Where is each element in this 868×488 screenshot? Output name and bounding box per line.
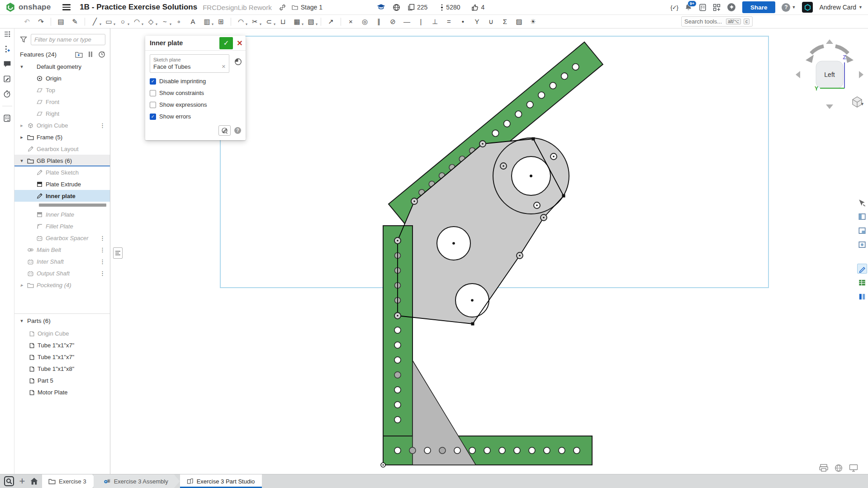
filter-input[interactable]: Filter by name or type bbox=[31, 34, 105, 45]
sketch-only-button[interactable] bbox=[218, 125, 231, 136]
mirror-tool-icon[interactable]: ⊔ ▾ bbox=[276, 16, 290, 28]
circle-tool-icon[interactable]: ○ ▾ bbox=[116, 16, 130, 28]
undo-icon[interactable]: ↶ ▾ bbox=[20, 16, 34, 28]
help-menu[interactable]: ? ▼ bbox=[782, 3, 796, 12]
sep[interactable]: ▾ bbox=[231, 18, 231, 26]
printer-icon[interactable] bbox=[819, 464, 828, 472]
tree-chevron-icon[interactable] bbox=[19, 282, 24, 288]
release-tasks-icon[interactable] bbox=[699, 4, 707, 11]
tree-chevron-icon[interactable]: ▾ bbox=[19, 318, 24, 324]
fillet-tool-icon[interactable]: ◠ ▾ bbox=[234, 16, 248, 28]
likes-count[interactable]: 4 bbox=[471, 4, 485, 11]
transform-icon[interactable]: Σ ▾ bbox=[498, 16, 512, 28]
rotate-right-arc[interactable] bbox=[835, 46, 848, 53]
tab-exercise-3[interactable]: Exercise 3 bbox=[42, 474, 98, 488]
dialog-help-icon[interactable]: ? bbox=[234, 127, 241, 134]
view-arrow-right[interactable] bbox=[859, 71, 863, 78]
feature-default-geometry[interactable]: Default geometry ⋮ bbox=[14, 61, 110, 72]
rectangle-tool-icon[interactable]: ▭ ▾ bbox=[102, 16, 116, 28]
featurescript-icon[interactable]: {✓} bbox=[670, 4, 678, 11]
home-tab-button[interactable] bbox=[30, 477, 38, 485]
insert-feature-icon[interactable] bbox=[4, 45, 10, 53]
checkbox-show-errors[interactable]: Show errors bbox=[150, 113, 241, 120]
part-tube-7a[interactable]: Tube 1"x1"x7" bbox=[14, 339, 110, 351]
onshape-logo[interactable]: onshape bbox=[5, 2, 51, 12]
user-menu[interactable]: Andrew Card ▼ bbox=[819, 4, 863, 11]
offset-tool-icon[interactable]: ⊂ ▾ bbox=[262, 16, 276, 28]
feature-frame[interactable]: Frame (5) ⋮ bbox=[14, 131, 110, 143]
feature-inner-plate-sketch[interactable]: Inner plate ⋮ bbox=[14, 190, 110, 202]
coincident-constraint-icon[interactable]: × ▾ bbox=[344, 16, 358, 28]
feature-gearbox-spacer[interactable]: Gearbox Spacer ⋮ bbox=[14, 232, 110, 244]
insert-image-icon[interactable]: ▧ ▾ bbox=[304, 16, 318, 28]
search-tools-input[interactable]: Search tools... alt/⌥ c bbox=[681, 16, 753, 27]
sunray-icon[interactable]: ☀ ▾ bbox=[526, 16, 540, 28]
part-tube-8[interactable]: Tube 1"x1"x8" bbox=[14, 363, 110, 374]
part-origin-cube[interactable]: Origin Cube bbox=[14, 327, 110, 339]
checkbox-disable-imprinting[interactable]: Disable imprinting bbox=[150, 78, 241, 85]
tables-panel-icon[interactable] bbox=[857, 278, 867, 288]
display-states-icon[interactable] bbox=[857, 212, 867, 222]
overflow-menu-icon[interactable]: ⋮ bbox=[100, 235, 105, 242]
sketch-panel-icon[interactable] bbox=[857, 264, 867, 274]
feature-fillet-plate[interactable]: Fillet Plate ⋮ bbox=[14, 220, 110, 232]
tree-chevron-icon[interactable] bbox=[19, 158, 24, 164]
checkbox-show-expressions[interactable]: Show expressions bbox=[150, 101, 241, 108]
feature-origin[interactable]: Origin ⋮ bbox=[14, 72, 110, 84]
pattern-tool-icon[interactable]: ▦ ▾ bbox=[290, 16, 304, 28]
link-icon[interactable] bbox=[279, 4, 286, 11]
columns-panel-icon[interactable] bbox=[857, 292, 867, 302]
history-timer-icon[interactable] bbox=[3, 90, 11, 98]
suppress-pause-icon[interactable] bbox=[88, 51, 93, 57]
share-button[interactable]: Share bbox=[742, 1, 776, 13]
edit-notes-icon[interactable] bbox=[3, 75, 11, 83]
overflow-menu-icon[interactable]: ⋮ bbox=[100, 270, 105, 277]
menu-icon[interactable] bbox=[62, 3, 71, 12]
tree-chevron-icon[interactable] bbox=[19, 134, 24, 140]
part-motor-plate[interactable]: Motor Plate bbox=[14, 386, 110, 398]
part-5[interactable]: Part 5 bbox=[14, 374, 110, 386]
vertical-constraint-icon[interactable]: | ▾ bbox=[414, 16, 428, 28]
feature-origin-cube[interactable]: Origin Cube ⋮ bbox=[14, 119, 110, 131]
tree-chevron-icon[interactable] bbox=[19, 64, 24, 70]
feature-main-belt[interactable]: Main Belt ⋮ bbox=[14, 244, 110, 256]
public-globe-icon[interactable] bbox=[393, 4, 400, 11]
overflow-menu-icon[interactable]: ⋮ bbox=[100, 258, 105, 265]
app-store-icon[interactable] bbox=[713, 4, 721, 11]
overflow-menu-icon[interactable]: ⋮ bbox=[100, 246, 105, 253]
hatch-icon[interactable]: ▨ ▾ bbox=[512, 16, 526, 28]
cancel-button[interactable]: ✕ bbox=[234, 37, 246, 49]
view-arrow-up[interactable] bbox=[826, 39, 833, 44]
sep[interactable]: ▾ bbox=[51, 18, 51, 26]
midpoint-constraint-icon[interactable]: • ▾ bbox=[456, 16, 470, 28]
equal-constraint-icon[interactable]: = ▾ bbox=[442, 16, 456, 28]
measure-icon[interactable]: ↗ ▾ bbox=[324, 16, 338, 28]
add-tab-button[interactable]: + bbox=[17, 476, 27, 486]
overflow-menu-icon[interactable]: ⋮ bbox=[100, 122, 105, 129]
curvature-constraint-icon[interactable]: ∪ ▾ bbox=[484, 16, 498, 28]
confirm-button[interactable]: ✓ bbox=[219, 37, 233, 49]
named-views-icon[interactable] bbox=[857, 226, 867, 236]
sketch-icon[interactable]: ✎ ▾ bbox=[68, 16, 82, 28]
tab-exercise-3-assembly[interactable]: Exercise 3 Assembly bbox=[94, 474, 180, 488]
selection-tools-icon[interactable] bbox=[857, 198, 867, 208]
feature-gb-plates[interactable]: GB Plates (6) ⋮ bbox=[14, 155, 110, 166]
cut-list-icon[interactable] bbox=[3, 114, 11, 122]
copy-sketch-icon[interactable]: ▤ ▾ bbox=[54, 16, 68, 28]
parallel-constraint-icon[interactable]: ∥ ▾ bbox=[372, 16, 386, 28]
point-tool-icon[interactable]: ∘ ▾ bbox=[172, 16, 186, 28]
notifications-bell-icon[interactable]: 9+ bbox=[684, 3, 693, 11]
feature-front-plane[interactable]: Front ⋮ bbox=[14, 96, 110, 108]
concentric-constraint-icon[interactable]: ◎ ▾ bbox=[358, 16, 372, 28]
configurations-icon[interactable] bbox=[3, 30, 11, 38]
monitor-icon[interactable] bbox=[849, 464, 858, 472]
search-tabs-icon[interactable] bbox=[4, 476, 14, 487]
view-mode-caret-icon[interactable]: ▼ bbox=[860, 102, 864, 106]
feature-plate-sketch[interactable]: Plate Sketch ⋮ bbox=[14, 166, 110, 178]
feature-flyout-handle[interactable] bbox=[113, 247, 123, 259]
trim-tool-icon[interactable]: ✂ ▾ bbox=[248, 16, 262, 28]
use-convert-icon[interactable]: ▥ ▾ bbox=[200, 16, 214, 28]
view-arrow-left[interactable] bbox=[796, 71, 800, 78]
part-tube-7b[interactable]: Tube 1"x1"x7" bbox=[14, 351, 110, 363]
text-tool-icon[interactable]: A ▾ bbox=[186, 16, 200, 28]
